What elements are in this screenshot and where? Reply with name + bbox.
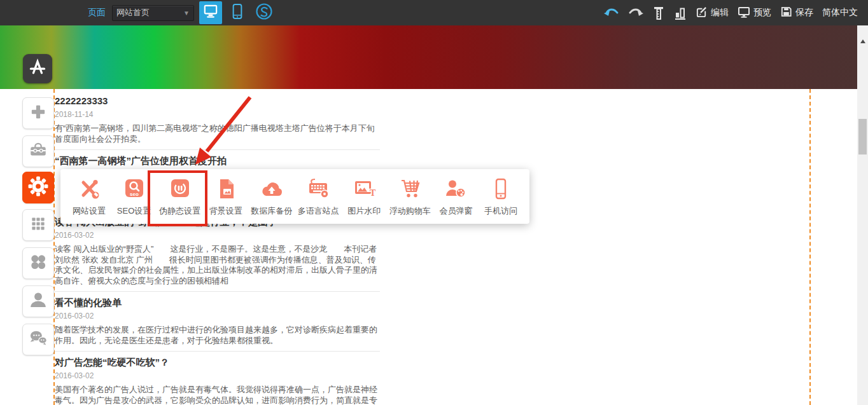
- article-summary: 随着医学技术的发展，在医疗过程中进行的化验项目越来越多，它对诊断疾病起着重要的作…: [55, 325, 380, 346]
- save-button[interactable]: 保存: [780, 6, 813, 20]
- article-title[interactable]: 2222223333: [55, 95, 380, 107]
- clover-blocks-icon: [27, 251, 49, 275]
- sidebar-item-toolbox[interactable]: [22, 135, 54, 167]
- news-list: 2222223333 2018-11-14 有“西南第一高钢塔，四川第二高电视塔…: [55, 89, 380, 405]
- article-date: 2016-03-02: [55, 312, 380, 320]
- menu-item-seo-settings[interactable]: seo SEO设置: [115, 176, 154, 217]
- svg-text:seo: seo: [130, 191, 139, 197]
- sidebar-item-member[interactable]: [22, 285, 54, 317]
- preview-label: 预览: [753, 7, 771, 18]
- ruler-button[interactable]: [652, 6, 665, 20]
- shopping-cart-icon: [397, 176, 423, 203]
- scrollbar-thumb[interactable]: [858, 119, 867, 154]
- page-select[interactable]: 网站首页 ▼: [112, 5, 194, 21]
- menu-item-label: 网站设置: [73, 205, 106, 217]
- gear-icon: [25, 174, 51, 202]
- article-summary: 读客 闯入出版业的“野蛮人” 这是行业，不是圈子。这是生意，不是沙龙 本刊记者 …: [55, 244, 380, 286]
- mobile-view-button[interactable]: [226, 1, 249, 24]
- preview-button[interactable]: 预览: [738, 6, 771, 20]
- divider: [55, 351, 380, 352]
- stats-chart-button[interactable]: [674, 6, 687, 20]
- menu-item-mobile-access[interactable]: 手机访问: [481, 176, 521, 217]
- menu-item-image-watermark[interactable]: T 图片水印: [344, 176, 384, 217]
- scroll-up-arrow-icon[interactable]: [860, 39, 865, 43]
- keyboard-gear-icon: [305, 176, 331, 203]
- page-label: 页面: [88, 7, 106, 18]
- menu-item-background-settings[interactable]: 背景设置: [206, 176, 246, 217]
- menu-item-site-settings[interactable]: 网站设置: [69, 176, 109, 217]
- sidebar-item-message[interactable]: [22, 324, 54, 355]
- menu-item-label: SEO设置: [117, 205, 151, 217]
- desktop-view-button[interactable]: [199, 1, 222, 24]
- language-switch[interactable]: 简体中文: [822, 7, 858, 18]
- sidebar-item-components[interactable]: [22, 247, 54, 279]
- toolbox-icon: [27, 139, 50, 164]
- menu-item-label: 会员弹窗: [439, 205, 472, 217]
- save-floppy-icon: [780, 6, 792, 20]
- image-watermark-icon: T: [351, 176, 377, 203]
- article-date: 2016-03-02: [55, 371, 380, 380]
- chat-bubbles-icon: [27, 327, 50, 352]
- seo-magnifier-icon: seo: [122, 176, 147, 203]
- wrench-screwdriver-icon: [76, 176, 102, 203]
- person-icon: [27, 289, 49, 313]
- link-icon: [255, 3, 273, 23]
- news-article: 对广告怎能“吃硬不吃软”？ 2016-03-02 美国有个著名的广告人说过，广告…: [55, 357, 380, 405]
- menu-item-multilanguage-site[interactable]: 多语言站点: [298, 176, 339, 217]
- topbar: 页面 网站首页 ▼: [0, 0, 868, 25]
- mobile-phone-icon: [488, 176, 514, 203]
- cloud-backup-icon: [259, 176, 284, 203]
- article-summary: 美国有个著名的广告人说过，广告就是有毒气体。我觉得说得再准确一点，广告就是神经毒…: [55, 385, 380, 405]
- sidebar-item-add[interactable]: [22, 97, 54, 129]
- divider: [55, 291, 380, 292]
- news-article: 2222223333 2018-11-14 有“西南第一高钢塔，四川第二高电视塔…: [55, 95, 380, 150]
- edit-button[interactable]: 编辑: [696, 6, 729, 20]
- sidebar-item-app-logo[interactable]: [23, 54, 52, 83]
- redo-button[interactable]: [628, 8, 643, 18]
- menu-item-label: 多语言站点: [298, 205, 339, 217]
- scrollbar-track[interactable]: [857, 25, 868, 405]
- menu-item-label: 数据库备份: [251, 205, 292, 217]
- article-title[interactable]: 看不懂的化验单: [55, 297, 380, 308]
- settings-popup-menu: 网站设置 seo SEO设置 伪静态设置 背景设置 数据库备份: [60, 169, 529, 224]
- menu-item-member-popup[interactable]: 会员弹窗: [436, 176, 475, 217]
- article-date: 2016-03-02: [55, 231, 380, 240]
- sidebar-item-grid[interactable]: [22, 209, 54, 241]
- chevron-down-icon: ▼: [183, 10, 190, 17]
- divider: [55, 149, 380, 150]
- editor-stage: 页面 网站首页 ▼: [0, 0, 868, 405]
- article-date: 2018-11-14: [55, 110, 380, 119]
- link-button[interactable]: [253, 1, 276, 24]
- menu-item-database-backup[interactable]: 数据库备份: [251, 176, 292, 217]
- preview-monitor-icon: [738, 6, 750, 20]
- menu-item-label: 浮动购物车: [389, 205, 431, 217]
- news-article: 读客 闯入出版业的“野蛮人”——这是行业，不是圈子 2016-03-02 读客 …: [55, 216, 380, 292]
- news-article: 看不懂的化验单 2016-03-02 随着医学技术的发展，在医疗过程中进行的化验…: [55, 297, 380, 352]
- article-summary: 有“西南第一高钢塔，四川第二高电视塔”之称的德阳广播电视塔主塔广告位将于本月下旬…: [55, 123, 380, 144]
- layout-guide-right: [809, 89, 811, 405]
- article-title[interactable]: 对广告怎能“吃硬不吃软”？: [55, 357, 380, 368]
- menu-item-label: 手机访问: [484, 205, 517, 217]
- menu-item-pseudo-static-settings[interactable]: 伪静态设置: [159, 176, 200, 217]
- article-title[interactable]: “西南第一高钢塔”广告位使用权首度开拍: [55, 155, 380, 167]
- plus-icon: [27, 100, 50, 126]
- sidebar-item-settings[interactable]: [22, 172, 54, 203]
- grid-icon: [27, 213, 49, 237]
- member-palette-icon: [443, 176, 468, 203]
- pseudo-static-icon: [167, 176, 193, 203]
- app-store-icon: [25, 55, 50, 83]
- edit-label: 编辑: [711, 7, 729, 18]
- desktop-icon: [201, 2, 220, 24]
- menu-item-label: 背景设置: [209, 205, 242, 217]
- undo-button[interactable]: [604, 8, 619, 18]
- save-label: 保存: [795, 7, 813, 18]
- mobile-icon: [231, 3, 244, 23]
- menu-item-label: 图片水印: [347, 205, 381, 217]
- svg-text:T: T: [370, 188, 376, 198]
- topbar-left-group: 页面 网站首页 ▼: [88, 1, 279, 24]
- background-page-icon: [213, 176, 239, 203]
- menu-item-floating-cart[interactable]: 浮动购物车: [389, 176, 431, 217]
- page-select-value: 网站首页: [116, 7, 150, 18]
- menu-item-label: 伪静态设置: [159, 205, 200, 217]
- topbar-right-group: 编辑 预览 保存 简体中文: [604, 6, 858, 20]
